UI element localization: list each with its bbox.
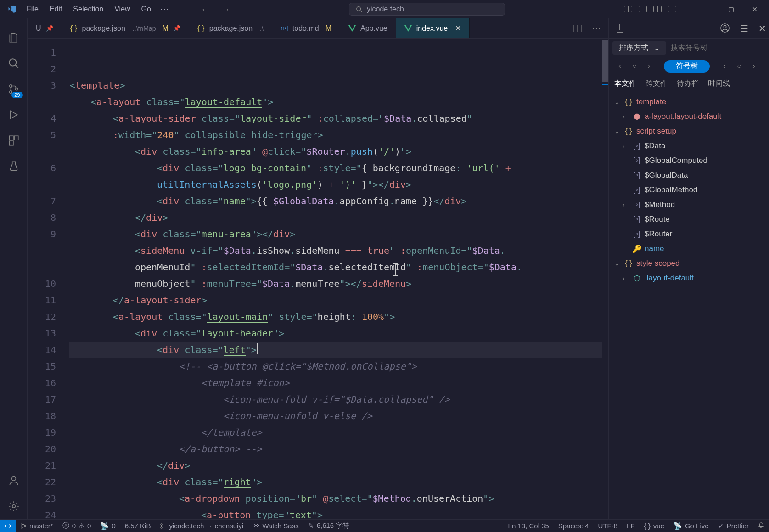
code-line[interactable]: </a-button> --> [69,441,602,457]
layout-right-icon[interactable] [653,6,662,12]
code-line[interactable]: </a-layout-sider> [69,292,602,308]
tab-App.vue[interactable]: App.vue [340,18,396,38]
nav-prev-icon[interactable]: ‹ [614,61,625,72]
tree-item[interactable]: ⌄{ }template [609,95,769,109]
eol-indicator[interactable]: LF [622,522,640,530]
tree-item[interactable]: ›⬡.layout-default [609,271,769,286]
debug-icon[interactable] [0,102,28,128]
code-line[interactable]: <a-layout class="layout-default"> [69,94,602,110]
code-line[interactable]: <div class="layout-header"> [69,325,602,342]
panel-tab[interactable]: 待办栏 [677,79,699,89]
menu-go[interactable]: Go [137,3,156,15]
code-line[interactable]: <a-button type="text"> [69,507,602,519]
cursor-pos[interactable]: Ln 13, Col 35 [504,522,554,530]
code-line[interactable]: <div class="right"> [69,474,602,490]
code-line[interactable]: <icon-menu-unfold v-else /> [69,408,602,424]
nav-target-icon[interactable]: ○ [629,61,640,72]
sort-select[interactable]: 排序方式 ⌄ [612,41,666,55]
source-control-icon[interactable]: 29 [0,76,28,102]
code-line[interactable]: <a-dropdown position="br" @select="$Meth… [69,490,602,507]
nav-forward-icon[interactable]: → [221,4,230,15]
code-line[interactable]: <div class="info-area" @click="$Router.p… [69,143,602,160]
editor-body[interactable]: 123456789101112131415161718192021222324 … [28,39,608,519]
scrollbar[interactable] [602,39,608,519]
maximize-icon[interactable]: ▢ [720,2,741,17]
settings-icon[interactable] [0,493,28,519]
indent-indicator[interactable]: Spaces: 4 [554,522,594,530]
lang-indicator[interactable]: { }vue [640,522,669,530]
code-line[interactable]: <template #icon> [69,375,602,391]
account-icon[interactable] [0,468,28,493]
menu-view[interactable]: View [110,3,135,15]
tree-item[interactable]: ⌄{ }style scoped [609,256,769,271]
code-line[interactable]: <div class="logo bg-contain" :style="{ b… [69,160,602,176]
tab-package.json[interactable]: { }package.json..\fnMapM📌 [62,18,189,38]
extensions-icon[interactable] [0,128,28,153]
radio-indicator[interactable]: 📡0 [95,520,120,532]
bell-icon[interactable] [753,522,769,528]
code-line[interactable]: <sideMenu v-if="$Data.isShow.sideMenu ==… [69,242,602,259]
code-line[interactable]: <!-- <a-button @click="$Method.onCollaps… [69,358,602,375]
tab-package.json[interactable]: { }package.json.\ [189,18,272,38]
menu-icon[interactable]: ☰ [740,23,748,34]
layout-left-icon[interactable] [624,6,632,12]
close-tab-icon[interactable]: ✕ [455,24,461,33]
tree-item[interactable]: ›[◦]$Method [609,197,769,212]
code-line[interactable]: openMenuId" :selectedItemId="$Data.selec… [69,259,602,275]
search-icon[interactable] [0,50,28,76]
panel-tab[interactable]: 时间线 [708,79,730,89]
nav-prev2-icon[interactable]: ‹ [719,61,730,72]
code-line[interactable]: <template> [69,77,602,94]
code-line[interactable]: <a-layout class="layout-main" style="hei… [69,308,602,325]
code-line[interactable]: <icon-menu-fold v-if="$Data.collapsed" /… [69,391,602,408]
more-actions-icon[interactable]: ⋯ [592,23,601,34]
title-search-input[interactable]: yicode.tech [349,3,505,16]
code-line[interactable]: </template> [69,424,602,441]
code-line[interactable]: </div> [69,457,602,474]
code-line[interactable]: <a-layout-sider class="layout-sider" :co… [69,110,602,127]
tree-item[interactable]: [◦]$Route [609,212,769,227]
code-line[interactable]: menuObject" :menuTree="$Data.menuTree"><… [69,275,602,292]
menu-overflow-icon[interactable]: ⋯ [156,2,173,16]
layout-grid-icon[interactable] [668,6,676,12]
menu-file[interactable]: File [22,3,43,15]
code-line[interactable]: </div> [69,209,602,226]
tree-item[interactable]: [◦]$GlobalComputed [609,153,769,168]
remote-link[interactable]: yicode.tech → chensuiyi [155,520,248,532]
menu-edit[interactable]: Edit [45,3,67,15]
account-icon[interactable] [720,23,730,34]
code-line[interactable]: <div class="name">{{ $GlobalData.appConf… [69,193,602,209]
split-editor-icon[interactable] [573,25,582,32]
code-line[interactable]: <div class="menu-area"></div> [69,226,602,242]
tree-item[interactable]: 🔑name [609,241,769,256]
menu-selection[interactable]: Selection [68,3,108,15]
tab-U[interactable]: U📌 [28,18,62,38]
testing-icon[interactable] [0,153,28,179]
tree-item[interactable]: ›⬢a-layout.layout-default [609,109,769,124]
layout-bottom-icon[interactable] [639,6,647,12]
prettier-indicator[interactable]: ✓Prettier [713,522,753,530]
size-indicator[interactable]: 6.57 KiB [120,520,156,532]
code-line[interactable]: utilInternalAssets('logo.png') + ')' }">… [69,176,602,193]
tree-item[interactable]: [◦]$GlobalMethod [609,183,769,197]
code-line[interactable]: :width="240" collapsible hide-trigger> [69,127,602,143]
close-icon[interactable]: ✕ [744,2,765,17]
minimize-icon[interactable]: — [696,2,718,17]
tree-item[interactable]: ›[◦]$Data [609,139,769,153]
problems-indicator[interactable]: ⓧ0 ⚠0 [58,520,96,532]
code-line[interactable]: <div class="left"> [69,342,602,358]
encoding-indicator[interactable]: UTF-8 [594,522,623,530]
symbol-tree-pill[interactable]: 符号树 [664,60,710,73]
nav-next2-icon[interactable]: › [748,61,759,72]
tree-item[interactable]: [◦]$Router [609,227,769,241]
scroll-thumb[interactable] [602,40,608,82]
nav-next-icon[interactable]: › [644,61,655,72]
tab-todo.md[interactable]: todo.mdM [272,18,340,38]
char-count[interactable]: ✎6,616 字符 [303,520,354,532]
panel-tab[interactable]: 本文件 [614,79,636,89]
watch-sass[interactable]: 👁Watch Sass [248,520,303,532]
explorer-icon[interactable] [0,25,28,50]
tab-index.vue[interactable]: index.vue✕ [396,18,470,38]
nav-back-icon[interactable]: ← [201,4,210,15]
code-area[interactable]: <template><a-layout class="layout-defaul… [69,39,602,519]
